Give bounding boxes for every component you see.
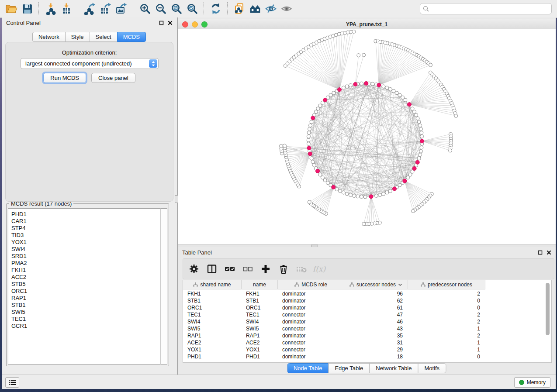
table-row[interactable]: TEC1TEC1connector472 [183,311,485,318]
mcds-hub-node[interactable] [307,146,311,150]
mcds-hub-node[interactable] [338,88,342,92]
table-row[interactable]: YOX1YOX1connector291 [183,346,485,353]
optimization-criterion-select[interactable]: largest connected component (undirected) [21,58,159,69]
network-node[interactable] [395,91,398,95]
network-node[interactable] [412,210,415,213]
network-node[interactable] [310,120,313,124]
tab-mcds[interactable]: MCDS [117,32,146,42]
float-panel-icon[interactable] [159,21,164,25]
mcds-result-list[interactable]: PHD1CAR1STP4TID3YOX1SWI4SRD1PMA2FKH1ACE2… [8,208,161,364]
mcds-result-item[interactable]: GCR1 [11,323,161,330]
open-file-icon[interactable] [3,2,19,16]
network-node[interactable] [316,107,320,110]
network-node[interactable] [307,135,310,138]
search-box[interactable] [420,3,552,14]
mcds-hub-node[interactable] [308,152,312,156]
show-all-icon[interactable] [279,2,294,16]
network-node[interactable] [417,120,421,124]
mcds-result-item[interactable]: STB1 [11,302,161,309]
network-node[interactable] [280,144,283,148]
export-network-icon[interactable] [82,2,98,16]
mcds-result-item[interactable]: TID3 [11,232,161,239]
mcds-hub-node[interactable] [364,82,368,86]
network-node[interactable] [420,131,423,134]
mcds-hub-node[interactable] [403,179,407,183]
network-node[interactable] [349,193,352,197]
network-node[interactable] [329,93,332,97]
gear-icon[interactable] [186,261,202,277]
network-node[interactable] [339,189,342,193]
mcds-result-scrollbar[interactable] [160,208,167,364]
network-node[interactable] [411,107,414,110]
network-node[interactable] [311,160,315,164]
network-node[interactable] [389,189,392,193]
network-node[interactable] [342,86,345,89]
network-node[interactable] [335,188,339,191]
network-node[interactable] [362,53,366,57]
network-node[interactable] [385,86,389,89]
network-node[interactable] [308,127,311,131]
network-node[interactable] [332,91,336,95]
network-node[interactable] [345,85,349,88]
network-node[interactable] [307,131,311,134]
network-node[interactable] [312,164,316,167]
network-node[interactable] [449,149,452,152]
mcds-hub-node[interactable] [412,167,416,171]
hide-selection-icon[interactable] [263,2,279,16]
mcds-result-item[interactable]: YOX1 [11,239,161,246]
network-node[interactable] [308,124,312,127]
close-panel-icon[interactable] [168,21,173,25]
network-node[interactable] [417,157,421,160]
import-table-icon[interactable] [59,2,74,16]
tab-edge-table[interactable]: Edge Table [328,363,370,373]
network-node[interactable] [429,63,432,67]
network-node[interactable] [419,149,423,153]
network-node[interactable] [345,192,349,196]
network-node[interactable] [378,193,382,197]
mcds-hub-node[interactable] [316,169,320,173]
mcds-result-item[interactable]: PHD1 [11,211,161,218]
memory-button[interactable]: Memory [514,377,550,388]
mcds-result-item[interactable]: SWI4 [11,246,161,253]
float-panel-icon[interactable] [538,250,543,255]
network-node[interactable] [363,195,367,199]
mcds-hub-node[interactable] [420,139,424,143]
run-mcds-button[interactable]: Run MCDS [43,73,86,83]
network-node[interactable] [374,194,378,198]
network-node[interactable] [349,83,352,87]
network-node[interactable] [318,173,322,176]
network-node[interactable] [356,195,360,198]
first-neighbors-icon[interactable] [247,2,263,16]
network-node[interactable] [415,113,418,117]
mcds-result-item[interactable]: STP4 [11,225,161,232]
delete-column-icon[interactable] [275,261,291,277]
export-table-icon[interactable] [98,2,114,16]
close-panel-button[interactable]: Close panel [91,73,135,83]
deselect-all-icon[interactable] [239,261,256,277]
refresh-icon[interactable] [208,2,224,16]
mcds-hub-node[interactable] [353,83,357,86]
mcds-hub-node[interactable] [369,195,373,199]
network-node[interactable] [321,176,324,179]
table-scrollbar[interactable] [545,281,550,361]
task-history-button[interactable] [5,377,19,388]
table-row[interactable]: STB1STB1dominator620 [183,297,485,304]
network-node[interactable] [362,222,366,226]
network-node[interactable] [318,104,322,107]
network-node[interactable] [419,127,423,131]
network-node[interactable] [389,87,392,91]
network-node[interactable] [419,124,422,127]
add-column-icon[interactable] [257,261,273,277]
network-node[interactable] [307,138,310,142]
network-node[interactable] [401,96,405,99]
network-node[interactable] [360,195,363,199]
mcds-result-item[interactable]: SWI5 [11,309,161,316]
tab-select[interactable]: Select [90,32,118,42]
zoom-selected-icon[interactable] [184,2,200,16]
mcds-hub-node[interactable] [332,185,336,189]
network-node[interactable] [419,153,422,157]
network-node[interactable] [408,173,412,176]
network-node[interactable] [454,114,458,117]
network-node[interactable] [307,142,310,146]
network-node[interactable] [406,176,410,179]
